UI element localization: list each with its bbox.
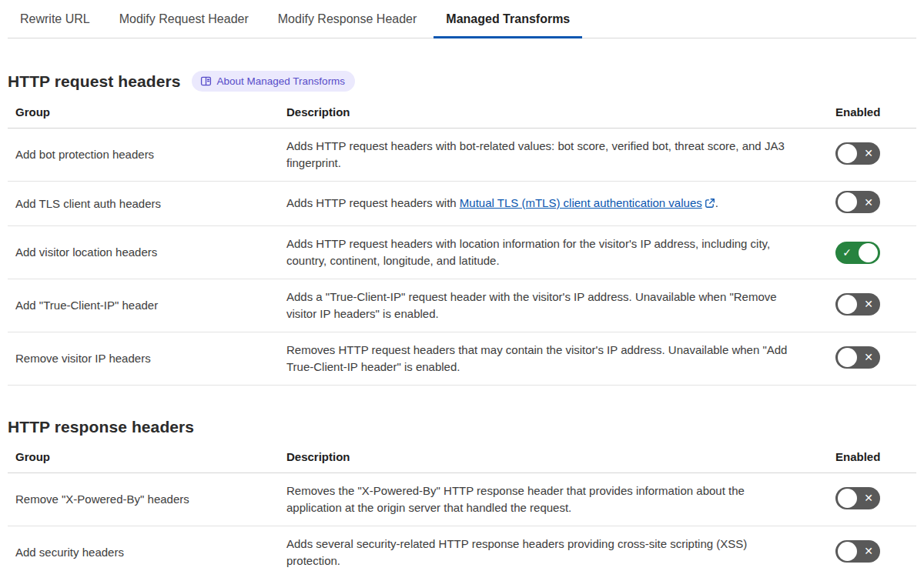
tab-modify-request-header[interactable]: Modify Request Header	[107, 6, 261, 38]
description-cell: Adds HTTP request headers with Mutual TL…	[279, 182, 835, 226]
tab-bar: Rewrite URLModify Request HeaderModify R…	[8, 0, 916, 38]
description-cell: Removes HTTP request headers that may co…	[279, 332, 835, 386]
enabled-cell: ✓✕	[835, 182, 916, 226]
table-header-row: Group Description Enabled	[8, 101, 916, 129]
table-row: Remove "X-Powered-By" headersRemoves the…	[8, 473, 916, 526]
tab-modify-response-header[interactable]: Modify Response Header	[266, 6, 430, 38]
response-headers-table: Group Description Enabled Remove "X-Powe…	[8, 446, 916, 571]
description-cell: Adds several security-related HTTP respo…	[279, 526, 835, 571]
enabled-cell: ✓✕	[835, 129, 916, 182]
request-headers-table: Group Description Enabled Add bot protec…	[8, 101, 916, 386]
column-header-description: Description	[279, 446, 835, 473]
check-icon: ✓	[838, 247, 856, 258]
request-headers-title: HTTP request headers	[8, 72, 181, 91]
tab-rewrite-url[interactable]: Rewrite URL	[8, 6, 102, 38]
group-cell: Add security headers	[8, 526, 279, 571]
description-link[interactable]: Mutual TLS (mTLS) client authentication …	[460, 196, 702, 209]
table-row: Add TLS client auth headersAdds HTTP req…	[8, 182, 916, 226]
table-header-row: Group Description Enabled	[8, 446, 916, 473]
enabled-toggle[interactable]: ✓✕	[835, 346, 880, 369]
x-icon: ✕	[859, 493, 878, 503]
table-row: Remove visitor IP headersRemoves HTTP re…	[8, 332, 916, 386]
description-cell: Removes the "X-Powered-By" HTTP response…	[279, 473, 835, 526]
enabled-toggle[interactable]: ✓✕	[835, 293, 880, 316]
badge-label: About Managed Transforms	[217, 76, 346, 87]
table-row: Add "True-Client-IP" headerAdds a "True-…	[8, 279, 916, 332]
managed-transforms-page: Rewrite URLModify Request HeaderModify R…	[0, 0, 924, 571]
x-icon: ✕	[859, 352, 878, 362]
x-icon: ✕	[859, 148, 878, 159]
enabled-toggle[interactable]: ✓✕	[835, 191, 880, 213]
enabled-cell: ✓✕	[835, 332, 916, 386]
enabled-cell: ✓✕	[835, 526, 916, 571]
table-row: Add bot protection headersAdds HTTP requ…	[8, 129, 916, 182]
toggle-knob	[838, 192, 857, 212]
group-cell: Remove visitor IP headers	[8, 332, 279, 386]
x-icon: ✕	[859, 546, 878, 556]
group-cell: Add visitor location headers	[8, 226, 279, 279]
column-header-enabled: Enabled	[835, 101, 916, 129]
request-headers-section: HTTP request headers About Managed Trans…	[8, 71, 916, 386]
column-header-description: Description	[279, 101, 835, 129]
response-headers-section: HTTP response headers Group Description …	[8, 418, 916, 571]
toggle-knob	[838, 542, 857, 561]
book-icon	[200, 75, 212, 87]
toggle-knob	[859, 243, 878, 262]
description-cell: Adds HTTP request headers with location …	[279, 226, 835, 279]
toggle-knob	[838, 489, 857, 508]
group-cell: Add bot protection headers	[8, 129, 279, 182]
enabled-cell: ✓✕	[835, 279, 916, 332]
table-row: Add security headersAdds several securit…	[8, 526, 916, 571]
toggle-knob	[838, 295, 857, 314]
enabled-cell: ✓✕	[835, 226, 916, 279]
column-header-enabled: Enabled	[835, 446, 916, 473]
toggle-knob	[838, 144, 857, 163]
enabled-toggle[interactable]: ✓✕	[835, 142, 880, 165]
enabled-cell: ✓✕	[835, 473, 916, 526]
description-cell: Adds a "True-Client-IP" request header w…	[279, 279, 835, 332]
toggle-knob	[838, 348, 857, 367]
response-headers-title: HTTP response headers	[8, 418, 194, 436]
group-cell: Add "True-Client-IP" header	[8, 279, 279, 332]
x-icon: ✕	[859, 197, 878, 208]
tab-managed-transforms[interactable]: Managed Transforms	[434, 6, 582, 38]
enabled-toggle[interactable]: ✓✕	[835, 242, 880, 264]
x-icon: ✕	[859, 299, 878, 309]
table-row: Add visitor location headersAdds HTTP re…	[8, 226, 916, 279]
description-cell: Adds HTTP request headers with bot-relat…	[279, 129, 835, 182]
group-cell: Add TLS client auth headers	[8, 182, 279, 226]
column-header-group: Group	[8, 446, 279, 473]
external-link-icon	[705, 196, 715, 213]
column-header-group: Group	[8, 101, 279, 129]
group-cell: Remove "X-Powered-By" headers	[8, 473, 279, 526]
enabled-toggle[interactable]: ✓✕	[835, 487, 880, 509]
about-managed-transforms-badge[interactable]: About Managed Transforms	[192, 71, 356, 92]
enabled-toggle[interactable]: ✓✕	[835, 540, 880, 563]
